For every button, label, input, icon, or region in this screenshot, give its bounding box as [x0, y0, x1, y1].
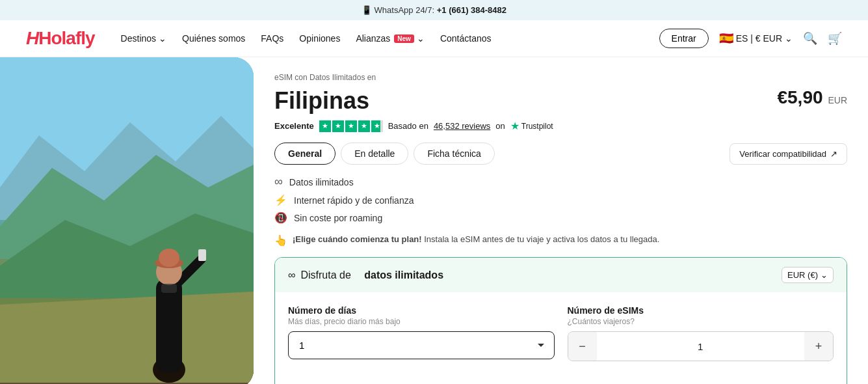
star-5: ★ — [371, 120, 383, 132]
tab-ficha-tecnica[interactable]: Ficha técnica — [414, 143, 494, 165]
reviews-link[interactable]: 46,532 reviews — [434, 121, 490, 131]
tab-general[interactable]: General — [274, 143, 335, 165]
reviews-platform: on — [495, 121, 505, 131]
plan-card-body: Número de días Más días, precio diario m… — [275, 292, 847, 384]
svg-marker-6 — [0, 292, 254, 383]
new-badge: New — [394, 34, 414, 43]
whatsapp-icon: 📱 — [362, 5, 372, 15]
tip-text: ¡Elige cuándo comienza tu plan! Instala … — [293, 234, 659, 244]
title-price-row: Filipinas €5,90 EUR — [274, 87, 847, 115]
language-text: ES | € EUR — [736, 33, 782, 44]
feature-fast-internet: ⚡ Internet rápido y de confianza — [274, 194, 847, 206]
price-currency: EUR — [828, 95, 847, 105]
landscape-svg — [0, 57, 254, 383]
star-2: ★ — [332, 120, 344, 132]
product-image — [0, 57, 254, 384]
star-4: ★ — [358, 120, 370, 132]
currency-selector[interactable]: EUR (€) ⌄ — [782, 267, 834, 283]
days-select[interactable]: 1 3 7 14 30 — [288, 331, 555, 359]
top-bar: 📱 WhatsApp 24/7: +1 (661) 384-8482 — [0, 0, 868, 20]
infinity-icon: ∞ — [274, 175, 283, 189]
header-actions: Entrar 🇪🇸 ES | € EUR ⌄ 🔍 🛒 — [659, 29, 842, 48]
days-label: Número de días — [288, 305, 555, 316]
chevron-down-icon-currency: ⌄ — [821, 270, 828, 280]
nav-opiniones[interactable]: Opiniones — [299, 33, 340, 44]
plan-fields: Número de días Más días, precio diario m… — [288, 305, 834, 361]
lightning-icon: ⚡ — [274, 194, 287, 206]
whatsapp-text: WhatsApp 24/7: — [375, 5, 437, 15]
nav-faqs[interactable]: FAQs — [261, 33, 283, 44]
feature-unlimited-data: ∞ Datos ilimitados — [274, 175, 847, 189]
plan-card-header: ∞ Disfruta de datos ilimitados EUR (€) ⌄ — [275, 258, 847, 292]
chevron-down-icon: ⌄ — [159, 33, 166, 44]
breadcrumb: eSIM con Datos Ilimitados en — [274, 73, 847, 82]
verify-compatibility-button[interactable]: Verificar compatibilidad ↗ — [730, 143, 847, 165]
days-field: Número de días Más días, precio diario m… — [288, 305, 555, 361]
svg-point-12 — [159, 249, 179, 267]
price-block: €5,90 EUR — [777, 87, 847, 108]
product-info: eSIM con Datos Ilimitados en Filipinas €… — [254, 57, 868, 384]
svg-rect-14 — [161, 284, 177, 293]
decrement-button[interactable]: − — [568, 332, 597, 361]
svg-rect-13 — [198, 249, 206, 261]
tab-en-detalle[interactable]: En detalle — [341, 143, 408, 165]
esims-field: Número de eSIMs ¿Cuántos viajeros? − 1 + — [568, 305, 834, 361]
plan-card: ∞ Disfruta de datos ilimitados EUR (€) ⌄… — [274, 257, 847, 384]
esim-count-value: 1 — [597, 341, 805, 352]
product-price: €5,90 — [777, 87, 822, 107]
esims-label: Número de eSIMs — [568, 305, 834, 316]
main-nav: Destinos ⌄ Quiénes somos FAQs Opiniones … — [121, 33, 659, 44]
hand-icon: 👆 — [274, 234, 287, 247]
rating-label: Excelente — [274, 121, 314, 131]
nav-contactanos[interactable]: Contáctanos — [440, 33, 492, 44]
product-title: Filipinas — [274, 87, 369, 115]
star-rating: ★ ★ ★ ★ ★ — [319, 120, 383, 132]
flag-icon: 🇪🇸 — [719, 31, 733, 46]
nav-alianzas[interactable]: Alianzas New ⌄ — [356, 33, 424, 44]
logo[interactable]: ​HHolafly — [26, 28, 95, 49]
logo-text: ​HHolafly — [26, 28, 95, 48]
reviews-based: Basado en — [388, 121, 428, 131]
search-icon[interactable]: 🔍 — [803, 31, 817, 46]
feature-no-roaming: 📵 Sin coste por roaming — [274, 212, 847, 224]
tip-box: 👆 ¡Elige cuándo comienza tu plan! Instal… — [274, 234, 847, 247]
external-link-icon: ↗ — [830, 149, 837, 159]
features-list: ∞ Datos ilimitados ⚡ Internet rápido y d… — [274, 175, 847, 224]
entrar-button[interactable]: Entrar — [659, 29, 709, 48]
no-roaming-icon: 📵 — [274, 212, 287, 224]
header: ​HHolafly Destinos ⌄ Quiénes somos FAQs … — [0, 20, 868, 57]
chevron-down-icon-alianzas: ⌄ — [417, 33, 425, 44]
esim-counter: − 1 + — [568, 331, 834, 361]
trustpilot-row: Excelente ★ ★ ★ ★ ★ Basado en 46,532 rev… — [274, 120, 847, 132]
trustpilot-logo: ★ Trustpilot — [510, 120, 553, 132]
cart-icon[interactable]: 🛒 — [828, 31, 842, 46]
increment-button[interactable]: + — [804, 332, 833, 361]
main-content: eSIM con Datos Ilimitados en Filipinas €… — [0, 57, 868, 384]
star-3: ★ — [345, 120, 357, 132]
tabs-row: General En detalle Ficha técnica Verific… — [274, 143, 847, 165]
image-background — [0, 57, 254, 384]
esims-hint: ¿Cuántos viajeros? — [568, 317, 834, 326]
days-hint: Más días, precio diario más bajo — [288, 317, 555, 326]
star-1: ★ — [319, 120, 331, 132]
chevron-down-icon-lang: ⌄ — [785, 33, 793, 44]
nav-quienes[interactable]: Quiénes somos — [182, 33, 245, 44]
infinity-plan-icon: ∞ — [288, 269, 295, 281]
nav-destinos[interactable]: Destinos ⌄ — [121, 33, 166, 44]
plan-title: ∞ Disfruta de datos ilimitados — [288, 269, 443, 281]
language-selector[interactable]: 🇪🇸 ES | € EUR ⌄ — [719, 31, 793, 46]
whatsapp-link[interactable]: +1 (661) 384-8482 — [437, 5, 506, 15]
